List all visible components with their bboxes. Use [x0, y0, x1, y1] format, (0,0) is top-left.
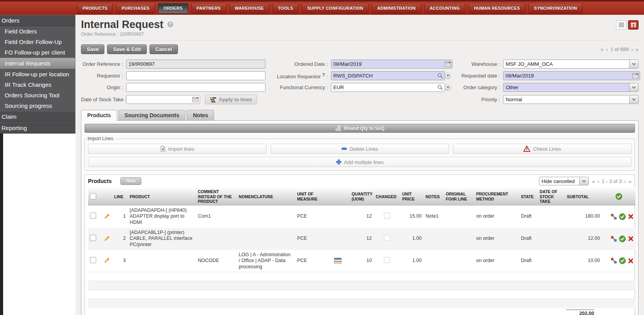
date-of-stock-take-label: Date of Stock Take :	[81, 97, 123, 102]
cell-subtotal: 10.00	[565, 250, 602, 272]
functional-currency-field[interactable]	[331, 83, 445, 92]
sidebar-empty-area	[0, 134, 76, 315]
sidebar-item-internal-requests[interactable]: Internal Requests	[0, 58, 75, 69]
next-record-icon[interactable]: ›	[631, 46, 633, 52]
nav-purchases[interactable]: PURCHASES	[116, 3, 155, 14]
tab-products[interactable]: Products	[81, 110, 117, 121]
first-page-icon[interactable]: «	[592, 178, 595, 184]
nav-administration[interactable]: ADMINISTRATION	[372, 3, 421, 14]
split-line-icon[interactable]	[611, 236, 617, 242]
ordered-date-calendar-icon[interactable]	[445, 61, 451, 67]
search-icon[interactable]	[437, 84, 443, 90]
sidebar-section-reporting[interactable]: Reporting	[0, 122, 75, 134]
requested-date-calendar-icon[interactable]	[632, 73, 639, 79]
ordered-date-field[interactable]	[331, 60, 452, 69]
edit-pencil-icon[interactable]	[103, 213, 110, 220]
previous-page-icon[interactable]: ‹	[597, 178, 599, 184]
chevron-down-icon	[629, 60, 638, 68]
cancel-button[interactable]: Cancel	[150, 44, 178, 54]
apply-to-lines-icon	[210, 97, 216, 102]
validate-line-icon[interactable]	[619, 236, 626, 242]
nav-supply-configuration[interactable]: SUPPLY CONFIGURATION	[302, 3, 369, 14]
new-line-button[interactable]: New	[120, 177, 142, 185]
last-record-icon[interactable]: »	[635, 46, 639, 52]
nav-warehouse[interactable]: WAREHOUSE	[229, 3, 269, 14]
cell-quantity: 10	[350, 250, 374, 272]
previous-record-icon[interactable]: ‹	[606, 46, 608, 52]
tab-notes[interactable]: Notes	[187, 110, 214, 120]
hide-cancelled-filter[interactable]: Hide cancelled	[539, 177, 589, 185]
sidebar-item-field-order-follow-up[interactable]: Field Order Follow-Up	[0, 37, 75, 47]
cell-uom: PCE	[295, 228, 332, 250]
nav-human-resources[interactable]: HUMAN RESOURCES	[468, 3, 525, 14]
first-record-icon[interactable]: «	[600, 46, 604, 52]
warehouse-select[interactable]: MSF JO_AMM_OCA	[503, 60, 639, 69]
tab-bar: Products Sourcing Documents Notes	[81, 110, 639, 120]
delete-line-icon[interactable]	[628, 214, 633, 219]
title-help-icon[interactable]: ?	[167, 21, 173, 27]
edit-pencil-icon[interactable]	[103, 236, 110, 242]
import-lines-group: Import Lines Import lines Delete Lines	[84, 136, 635, 171]
tab-sourcing-documents[interactable]: Sourcing Documents	[118, 110, 186, 120]
stock-take-calendar-icon[interactable]	[192, 97, 199, 102]
save-button[interactable]: Save	[81, 44, 104, 54]
edit-pencil-icon[interactable]	[103, 257, 110, 264]
priority-select[interactable]: Normal	[503, 95, 639, 104]
cell-line: 2	[112, 228, 128, 250]
sidebar-item-fo-follow-up-per-client[interactable]: FO Follow-up per client	[0, 47, 75, 58]
nav-products[interactable]: PRODUCTS	[77, 3, 113, 14]
sidebar-item-ir-follow-up-per-location[interactable]: IR Follow-up per location	[0, 69, 75, 79]
cell-notes	[424, 228, 444, 250]
order-reference-field[interactable]	[126, 60, 266, 69]
nav-partners[interactable]: PARTNERS	[191, 3, 226, 14]
row-checkbox[interactable]	[90, 235, 96, 241]
changed-checkbox[interactable]	[384, 213, 390, 219]
add-multiple-lines-button[interactable]: Add multiple lines	[88, 157, 632, 167]
sidebar-item-field-orders[interactable]: Field Orders	[0, 26, 75, 37]
nav-tools[interactable]: TOOLS	[273, 3, 299, 14]
row-checkbox[interactable]	[90, 257, 96, 263]
functional-currency-label: Functional Currency :	[269, 84, 328, 90]
nav-orders[interactable]: ORDERS	[158, 3, 188, 14]
sidebar-section-claim[interactable]: Claim	[0, 111, 75, 122]
requestor-field[interactable]	[126, 71, 266, 80]
location-requestor-field[interactable]	[331, 71, 445, 80]
last-page-icon[interactable]: »	[628, 178, 632, 184]
order-category-select[interactable]: Other	[503, 83, 639, 92]
sidebar-section-orders[interactable]: Orders	[0, 15, 75, 26]
validate-line-icon[interactable]	[619, 257, 626, 264]
cell-stock-take	[538, 206, 565, 228]
row-checkbox[interactable]	[90, 213, 96, 219]
nomenclature-table-icon[interactable]	[334, 258, 341, 264]
date-of-stock-take-field[interactable]	[126, 95, 200, 104]
location-requestor-help-icon[interactable]: ?	[322, 72, 325, 78]
import-lines-button[interactable]: Import lines	[88, 144, 267, 154]
split-line-icon[interactable]	[611, 214, 617, 220]
nav-accounting[interactable]: ACCOUNTING	[424, 3, 466, 14]
functional-currency-dropdown-button[interactable]	[445, 84, 451, 91]
origin-field[interactable]	[126, 83, 266, 92]
next-page-icon[interactable]: ›	[624, 178, 626, 184]
requested-date-field[interactable]	[503, 71, 640, 80]
delete-line-icon[interactable]	[628, 258, 633, 264]
nav-synchronization[interactable]: SYNCHRONIZATION	[528, 3, 582, 14]
changed-checkbox[interactable]	[384, 257, 390, 263]
split-line-icon[interactable]	[611, 258, 617, 264]
validate-line-icon[interactable]	[619, 213, 626, 220]
list-view-button[interactable]	[616, 20, 626, 30]
delete-lines-button[interactable]: Delete Lines	[271, 144, 449, 154]
select-all-checkbox[interactable]	[90, 193, 96, 199]
apply-to-lines-button[interactable]: Apply to lines	[205, 95, 257, 104]
sidebar-item-orders-sourcing-tool[interactable]: Orders Sourcing Tool	[0, 90, 75, 100]
sidebar-item-sourcing-progress[interactable]: Sourcing progress	[0, 100, 75, 111]
form-view-button[interactable]	[628, 20, 639, 30]
delete-line-icon[interactable]	[628, 236, 633, 241]
search-icon[interactable]	[437, 73, 443, 79]
location-requestor-dropdown-button[interactable]	[445, 73, 451, 79]
changed-checkbox[interactable]	[384, 235, 390, 241]
sidebar-item-ir-track-changes[interactable]: IR Track Changes	[0, 79, 75, 90]
check-lines-button[interactable]: Check Lines	[453, 144, 632, 154]
save-edit-button[interactable]: Save & Edit	[107, 44, 147, 54]
cell-unit-price: 1.00	[400, 250, 424, 272]
round-qty-to-soq-button[interactable]: Round Qty to SoQ	[84, 124, 635, 133]
